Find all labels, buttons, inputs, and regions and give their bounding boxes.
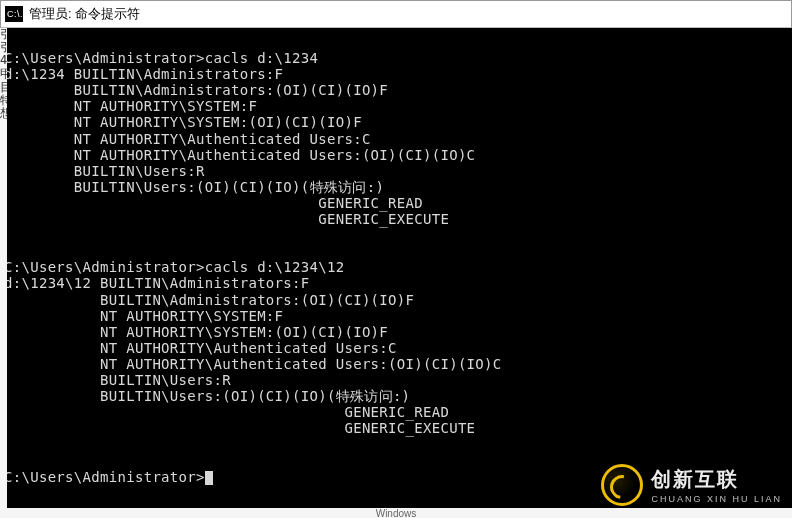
terminal-line: GENERIC_READ (4, 195, 784, 211)
terminal-line: GENERIC_EXECUTE (4, 420, 784, 436)
watermark: 创新互联 CHUANG XIN HU LIAN (601, 464, 782, 506)
titlebar: C:\. 管理员: 命令提示符 (0, 0, 792, 28)
terminal-line: BUILTIN\Users:(OI)(CI)(IO)(特殊访问:) (4, 388, 784, 404)
terminal-line: NT AUTHORITY\SYSTEM:(OI)(CI)(IO)F (4, 324, 784, 340)
terminal-line: BUILTIN\Users:(OI)(CI)(IO)(特殊访问:) (4, 179, 784, 195)
watermark-cn: 创新互联 (651, 466, 782, 493)
terminal-line: NT AUTHORITY\Authenticated Users:(OI)(CI… (4, 356, 784, 372)
terminal-line: BUILTIN\Users:R (4, 163, 784, 179)
terminal-output[interactable]: C:\Users\Administrator>cacls d:\1234d:\1… (0, 28, 792, 518)
terminal-line (4, 243, 784, 259)
terminal-line: C:\Users\Administrator>cacls d:\1234\12 (4, 259, 784, 275)
watermark-logo-icon (601, 464, 643, 506)
terminal-line: NT AUTHORITY\Authenticated Users:C (4, 131, 784, 147)
terminal-line (4, 227, 784, 243)
terminal-line: C:\Users\Administrator>cacls d:\1234 (4, 50, 784, 66)
terminal-line: d:\1234\12 BUILTIN\Administrators:F (4, 275, 784, 291)
terminal-line: NT AUTHORITY\SYSTEM:F (4, 98, 784, 114)
terminal-line: BUILTIN\Administrators:(OI)(CI)(IO)F (4, 82, 784, 98)
left-fragment-strip: 引 引 4 甲 目 特 想 (0, 28, 7, 518)
terminal-line: NT AUTHORITY\SYSTEM:F (4, 308, 784, 324)
terminal-line: GENERIC_EXECUTE (4, 211, 784, 227)
terminal-line: NT AUTHORITY\SYSTEM:(OI)(CI)(IO)F (4, 114, 784, 130)
terminal-line: BUILTIN\Users:R (4, 372, 784, 388)
terminal-line: NT AUTHORITY\Authenticated Users:C (4, 340, 784, 356)
cmd-icon: C:\. (5, 6, 23, 22)
window-title: 管理员: 命令提示符 (29, 5, 140, 23)
terminal-line: d:\1234 BUILTIN\Administrators:F (4, 66, 784, 82)
bottom-fragment-strip: Windows (0, 508, 792, 518)
watermark-text: 创新互联 CHUANG XIN HU LIAN (651, 466, 782, 504)
terminal-line (4, 436, 784, 452)
terminal-line: NT AUTHORITY\Authenticated Users:(OI)(CI… (4, 147, 784, 163)
terminal-line: BUILTIN\Administrators:(OI)(CI)(IO)F (4, 292, 784, 308)
terminal-line (4, 34, 784, 50)
cursor-icon (205, 471, 213, 485)
terminal-line: GENERIC_READ (4, 404, 784, 420)
watermark-en: CHUANG XIN HU LIAN (651, 494, 782, 504)
